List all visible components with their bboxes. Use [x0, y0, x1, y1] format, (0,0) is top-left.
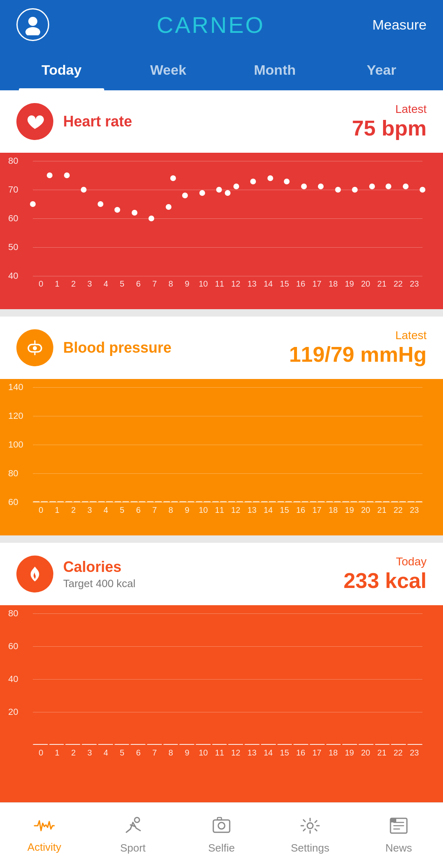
calories-value: 233 kcal: [344, 568, 427, 593]
activity-icon: [34, 817, 55, 837]
blood-pressure-name: Blood pressure: [63, 339, 171, 356]
tab-month[interactable]: Month: [222, 49, 328, 90]
heart-rate-icon: [16, 103, 53, 140]
calories-subtitle: Target 400 kcal: [63, 577, 135, 590]
heart-rate-name: Heart rate: [63, 113, 132, 130]
section-separator-1: [0, 309, 443, 317]
nav-label-settings: Settings: [291, 842, 329, 854]
nav-item-settings[interactable]: Settings: [266, 817, 354, 854]
svg-point-0: [28, 17, 37, 26]
tab-year[interactable]: Year: [328, 49, 435, 90]
section-separator-2: [0, 535, 443, 543]
avatar[interactable]: [16, 8, 49, 41]
heart-rate-chart[interactable]: 80 70 60 50 40 012: [0, 153, 443, 309]
bottom-navigation: Activity Sport Selfie: [0, 802, 443, 868]
svg-point-10: [307, 823, 313, 829]
settings-icon: [299, 817, 321, 838]
measure-button[interactable]: Measure: [372, 17, 427, 33]
nav-label-sport: Sport: [120, 842, 146, 854]
svg-point-6: [135, 817, 139, 822]
period-tabs: Today Week Month Year: [0, 49, 443, 90]
blood-pressure-section-header: Blood pressure Latest 119/79 mmHg: [0, 317, 443, 379]
svg-point-8: [218, 822, 225, 829]
nav-item-sport[interactable]: Sport: [89, 817, 177, 854]
svg-rect-9: [217, 817, 222, 820]
heart-rate-latest-label: Latest: [352, 103, 427, 116]
sport-icon: [122, 817, 144, 838]
svg-point-1: [25, 27, 40, 35]
app-header: CARNEO Measure: [0, 0, 443, 49]
calories-section-header: Calories Target 400 kcal Today 233 kcal: [0, 543, 443, 605]
blood-pressure-latest-label: Latest: [289, 329, 427, 342]
app-title: CARNEO: [157, 11, 265, 38]
calories-today-label: Today: [344, 555, 427, 568]
nav-item-selfie[interactable]: Selfie: [177, 817, 266, 854]
tab-today[interactable]: Today: [8, 49, 115, 90]
svg-rect-15: [390, 818, 396, 822]
tab-week[interactable]: Week: [115, 49, 222, 90]
blood-pressure-icon: [16, 329, 53, 366]
nav-label-news: News: [385, 842, 412, 854]
nav-label-activity: Activity: [27, 841, 61, 854]
nav-item-news[interactable]: News: [354, 817, 443, 854]
calories-chart[interactable]: 80 60 40 20: [0, 605, 443, 815]
selfie-icon: [211, 817, 232, 838]
calories-name: Calories: [63, 558, 135, 576]
calories-icon: [16, 556, 53, 592]
blood-pressure-value: 119/79 mmHg: [289, 342, 427, 367]
heart-rate-section-header: Heart rate Latest 75 bpm: [0, 90, 443, 153]
nav-label-selfie: Selfie: [208, 842, 235, 854]
svg-point-3: [33, 346, 37, 350]
heart-rate-value: 75 bpm: [352, 116, 427, 140]
news-icon: [388, 817, 409, 838]
blood-pressure-chart[interactable]: 140 120 100 80 60: [0, 379, 443, 535]
nav-item-activity[interactable]: Activity: [0, 817, 89, 854]
